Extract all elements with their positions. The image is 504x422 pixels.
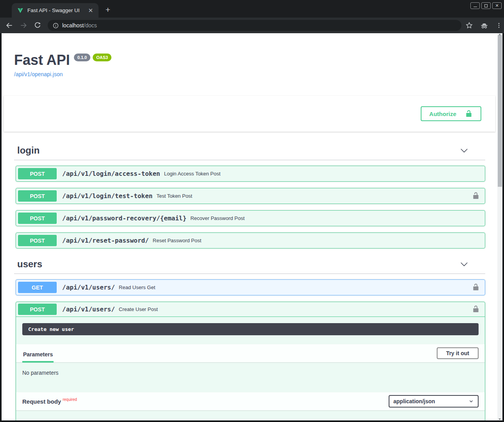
method-badge: POST bbox=[18, 235, 57, 246]
swagger-page: Fast API 0.1.0 OAS3 /api/v1/openapi.json… bbox=[2, 33, 502, 420]
endpoint-login-access-token: POST /api/v1/login/access-token Login Ac… bbox=[16, 166, 485, 182]
url-text: localhost/docs bbox=[62, 22, 97, 29]
window-minimize-button[interactable] bbox=[470, 2, 480, 9]
forward-arrow-icon bbox=[20, 21, 27, 29]
reload-button[interactable] bbox=[33, 21, 42, 30]
incognito-icon[interactable] bbox=[480, 21, 488, 30]
auth-lock-button[interactable] bbox=[472, 283, 480, 292]
method-badge: POST bbox=[18, 304, 57, 315]
url-host: localhost bbox=[62, 22, 84, 29]
tab-title: Fast API - Swagger UI bbox=[27, 7, 83, 13]
authorize-button[interactable]: Authorize bbox=[421, 106, 481, 121]
browser-toolbar: localhost/docs bbox=[0, 18, 504, 33]
version-badge: 0.1.0 bbox=[74, 54, 90, 61]
chevron-down-icon bbox=[468, 399, 474, 404]
endpoint-description: Read Users Get bbox=[119, 284, 155, 290]
method-badge: POST bbox=[18, 190, 57, 202]
oas3-badge: OAS3 bbox=[93, 54, 111, 61]
endpoint-path: /api/v1/reset-password/ bbox=[62, 237, 149, 244]
endpoint-path: /api/v1/login/access-token bbox=[62, 170, 160, 177]
section-header-login[interactable]: login bbox=[14, 141, 485, 160]
endpoint-password-recovery: POST /api/v1/password-recovery/{email} R… bbox=[16, 210, 485, 226]
unlocked-padlock-icon bbox=[472, 192, 480, 200]
unlocked-padlock-icon bbox=[472, 305, 480, 313]
reload-icon bbox=[34, 21, 41, 29]
method-badge: POST bbox=[18, 168, 57, 179]
media-type-select[interactable]: application/json bbox=[389, 395, 479, 408]
chevron-down-icon[interactable] bbox=[460, 147, 468, 154]
back-button[interactable] bbox=[5, 21, 14, 30]
endpoint-path: /api/v1/login/test-token bbox=[62, 192, 152, 200]
endpoint-summary[interactable]: GET /api/v1/users/ Read Users Get bbox=[16, 280, 485, 295]
operation-body: Create new user Parameters Try it out No… bbox=[16, 323, 485, 420]
new-tab-button[interactable]: + bbox=[102, 5, 113, 16]
method-badge: GET bbox=[18, 282, 57, 293]
endpoint-path: /api/v1/users/ bbox=[62, 284, 115, 291]
endpoint-summary[interactable]: POST /api/v1/login/access-token Login Ac… bbox=[16, 166, 485, 181]
endpoint-create-user: POST /api/v1/users/ Create User Post Cre… bbox=[16, 302, 485, 420]
no-parameters-text: No parameters bbox=[16, 362, 485, 383]
url-path: /docs bbox=[84, 22, 97, 29]
openapi-spec-link[interactable]: /api/v1/openapi.json bbox=[14, 71, 63, 77]
minimize-icon bbox=[474, 7, 477, 7]
browser-window: Fast API - Swagger UI ✕ + ✕ bbox=[0, 0, 504, 422]
site-info-icon[interactable] bbox=[52, 22, 59, 29]
chevron-down-icon[interactable] bbox=[460, 260, 468, 268]
forward-button[interactable] bbox=[19, 21, 28, 30]
endpoint-description: Recover Password Post bbox=[190, 215, 245, 221]
scrollbar-thumb[interactable] bbox=[498, 35, 502, 187]
scroll-down-arrow-icon[interactable] bbox=[499, 418, 501, 420]
favicon-v-icon bbox=[17, 7, 23, 14]
authorize-label: Authorize bbox=[429, 111, 456, 117]
endpoint-description: Login Access Token Post bbox=[164, 171, 220, 177]
tab-close-icon[interactable]: ✕ bbox=[86, 7, 95, 14]
method-badge: POST bbox=[18, 213, 57, 224]
section-title: login bbox=[17, 145, 39, 156]
endpoint-login-test-token: POST /api/v1/login/test-token Test Token… bbox=[16, 188, 485, 204]
menu-kebab-icon[interactable] bbox=[495, 22, 502, 29]
auth-lock-button[interactable] bbox=[472, 305, 480, 314]
endpoint-path: /api/v1/password-recovery/{email} bbox=[62, 215, 187, 222]
endpoint-description: Test Token Post bbox=[156, 193, 192, 199]
section-title: users bbox=[17, 259, 42, 270]
unlocked-padlock-icon bbox=[465, 110, 473, 118]
api-info: Fast API 0.1.0 OAS3 /api/v1/openapi.json bbox=[14, 33, 485, 78]
endpoint-summary[interactable]: POST /api/v1/users/ Create User Post bbox=[16, 302, 485, 317]
endpoint-summary[interactable]: POST /api/v1/reset-password/ Reset Passw… bbox=[16, 233, 485, 248]
operation-description: Create new user bbox=[22, 323, 479, 335]
url-bar[interactable]: localhost/docs bbox=[48, 20, 461, 31]
scheme-container: Authorize bbox=[4, 96, 495, 132]
bookmark-star-icon[interactable] bbox=[465, 21, 473, 29]
unlocked-padlock-icon bbox=[472, 283, 480, 291]
section-header-users[interactable]: users bbox=[14, 255, 485, 274]
endpoint-reset-password: POST /api/v1/reset-password/ Reset Passw… bbox=[16, 232, 485, 249]
page-title: Fast API bbox=[14, 52, 70, 68]
try-it-out-button[interactable]: Try it out bbox=[437, 347, 479, 359]
window-close-button[interactable]: ✕ bbox=[492, 2, 502, 9]
browser-tab[interactable]: Fast API - Swagger UI ✕ bbox=[12, 3, 99, 18]
page-scrollbar[interactable] bbox=[497, 33, 502, 420]
window-maximize-button[interactable] bbox=[481, 2, 491, 9]
endpoint-path: /api/v1/users/ bbox=[62, 306, 115, 313]
endpoint-description: Create User Post bbox=[119, 306, 158, 312]
auth-lock-button[interactable] bbox=[472, 192, 480, 200]
required-badge: required bbox=[63, 397, 77, 402]
maximize-icon bbox=[484, 4, 488, 7]
back-arrow-icon bbox=[5, 21, 13, 29]
endpoint-summary[interactable]: POST /api/v1/password-recovery/{email} R… bbox=[16, 211, 485, 226]
tab-strip: Fast API - Swagger UI ✕ + ✕ bbox=[0, 0, 504, 18]
request-body-title: Request body bbox=[22, 398, 61, 405]
endpoint-description: Reset Password Post bbox=[153, 238, 201, 243]
parameters-header: Parameters Try it out bbox=[16, 344, 485, 362]
endpoint-summary[interactable]: POST /api/v1/login/test-token Test Token… bbox=[16, 188, 485, 204]
endpoint-read-users: GET /api/v1/users/ Read Users Get bbox=[16, 279, 485, 295]
media-type-value: application/json bbox=[393, 398, 468, 404]
request-body-header: Request body required application/json bbox=[16, 392, 485, 410]
parameters-tab: Parameters bbox=[22, 347, 54, 363]
